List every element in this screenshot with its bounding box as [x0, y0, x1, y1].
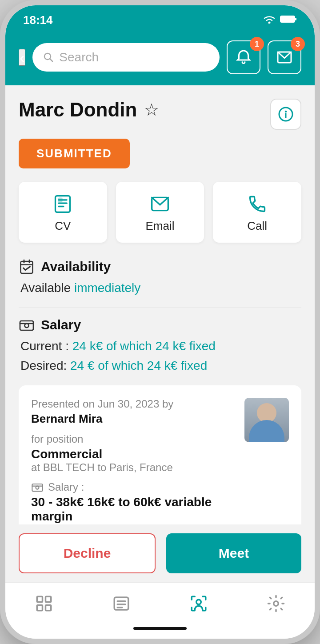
status-bar: 18:14	[5, 5, 315, 32]
position-title: Commercial	[31, 447, 236, 461]
call-label: Call	[247, 219, 267, 233]
info-button[interactable]	[270, 99, 301, 130]
availability-section: Availability Available immediately	[19, 259, 301, 295]
main-content: Marc Dondin ☆ SUBMITTED	[5, 85, 315, 524]
svg-rect-22	[32, 484, 42, 491]
availability-title: Availability	[19, 259, 301, 275]
home-indicator-bar	[5, 622, 315, 639]
salary-icon	[19, 317, 35, 333]
salary-section: Salary Current : 24 k€ of which 24 k€ fi…	[19, 317, 301, 373]
cv-icon	[53, 194, 72, 214]
svg-rect-28	[46, 605, 51, 611]
svg-rect-27	[37, 605, 42, 611]
availability-value: Available immediately	[19, 281, 301, 295]
email-icon	[150, 194, 170, 214]
bell-icon	[236, 49, 252, 65]
info-icon	[278, 106, 294, 122]
search-icon	[43, 52, 54, 63]
back-button[interactable]: ‹	[19, 49, 25, 66]
star-icon[interactable]: ☆	[144, 100, 159, 120]
candidate-name-area: Marc Dondin ☆	[19, 99, 159, 121]
svg-rect-15	[21, 261, 33, 273]
availability-prefix: Available	[20, 281, 74, 295]
search-placeholder: Search	[59, 50, 99, 64]
email-button[interactable]: Email	[116, 182, 204, 243]
current-salary-prefix: Current :	[20, 339, 72, 353]
list-icon	[112, 594, 131, 613]
desired-salary: Desired: 24 € of which 24 k€ fixed	[19, 359, 301, 373]
availability-heading: Availability	[41, 259, 111, 274]
presentation-card: Presented on Jun 30, 2023 by Bernard Mir…	[19, 385, 301, 524]
action-buttons: CV Email Call	[19, 182, 301, 243]
phone-inner: 18:14 ‹	[5, 5, 315, 639]
battery-icon	[280, 15, 297, 26]
meet-button[interactable]: Meet	[166, 533, 301, 573]
desired-salary-prefix: Desired:	[20, 359, 70, 372]
nav-item-list[interactable]	[103, 590, 140, 617]
status-badge: SUBMITTED	[19, 139, 130, 168]
avatar-body	[249, 420, 284, 442]
salary-heading: Salary	[41, 317, 81, 332]
presenter-name: Bernard Mira	[31, 412, 236, 426]
svg-rect-19	[20, 321, 33, 330]
presented-by: Presented on Jun 30, 2023 by	[31, 398, 236, 410]
cv-label: CV	[55, 219, 71, 233]
status-icons	[263, 15, 297, 26]
avatar-image	[244, 398, 289, 442]
time-display: 18:14	[23, 13, 53, 27]
candidate-name: Marc Dondin	[19, 99, 137, 121]
current-salary: Current : 24 k€ of which 24 k€ fixed	[19, 339, 301, 353]
svg-line-4	[50, 59, 53, 62]
nav-item-settings[interactable]	[258, 590, 294, 617]
svg-rect-1	[280, 16, 295, 22]
bottom-actions: Decline Meet	[5, 524, 315, 582]
bottom-nav	[5, 582, 315, 622]
card-salary-icon	[31, 481, 44, 493]
availability-icon	[19, 259, 35, 275]
svg-point-33	[196, 600, 201, 604]
svg-rect-25	[37, 596, 42, 602]
wifi-icon	[263, 15, 276, 26]
availability-highlight: immediately	[74, 281, 140, 295]
search-bar[interactable]: Search	[32, 43, 220, 72]
card-salary-section: Salary :	[31, 481, 236, 493]
desired-salary-value: 24 € of which 24 k€ fixed	[70, 359, 207, 372]
envelope-icon	[276, 49, 292, 65]
person-scan-icon	[189, 594, 208, 613]
nav-item-person[interactable]	[180, 590, 217, 617]
call-button[interactable]: Call	[213, 182, 301, 243]
current-salary-value: 24 k€ of which 24 k€ fixed	[72, 339, 216, 353]
app-header: ‹ Search 1 3	[5, 32, 315, 85]
avatar	[244, 398, 289, 442]
salary-title: Salary	[19, 317, 301, 333]
divider-1	[19, 308, 301, 308]
call-icon	[248, 194, 267, 214]
notification-badge: 1	[250, 37, 264, 51]
svg-point-0	[268, 21, 271, 24]
grid-icon	[35, 594, 53, 613]
email-label: Email	[146, 219, 175, 233]
nav-item-grid[interactable]	[26, 590, 62, 617]
for-position-label: for position	[31, 433, 236, 445]
svg-rect-9	[56, 196, 70, 212]
svg-rect-13	[59, 198, 62, 201]
card-salary-value: 30 - 38k€ 16k€ to 60k€ variable margin	[31, 495, 236, 524]
svg-rect-26	[46, 596, 51, 602]
svg-point-34	[274, 601, 279, 606]
candidate-header: Marc Dondin ☆	[19, 99, 301, 130]
home-indicator	[133, 627, 187, 630]
svg-rect-2	[295, 18, 296, 20]
settings-icon	[267, 594, 285, 613]
position-location: at BBL TECH to Paris, France	[31, 461, 236, 474]
notification-button[interactable]: 1	[227, 40, 260, 74]
message-button[interactable]: 3	[268, 40, 301, 74]
card-salary-label: Salary :	[48, 481, 84, 493]
presentation-info: Presented on Jun 30, 2023 by Bernard Mir…	[31, 398, 236, 524]
cv-button[interactable]: CV	[19, 182, 107, 243]
message-badge: 3	[291, 37, 305, 51]
svg-point-23	[36, 486, 39, 489]
phone-frame: 18:14 ‹	[0, 0, 320, 644]
decline-button[interactable]: Decline	[19, 533, 156, 573]
